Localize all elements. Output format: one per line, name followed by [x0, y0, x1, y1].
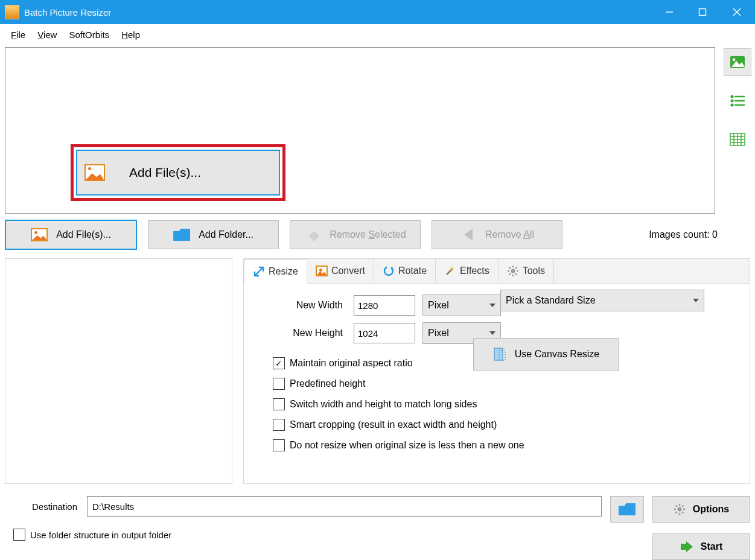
- svg-line-39: [675, 512, 677, 513]
- effects-icon: [444, 265, 456, 277]
- use-canvas-resize-button[interactable]: Use Canvas Resize: [473, 338, 619, 371]
- folder-icon: [619, 503, 636, 515]
- no-resize-smaller-checkbox[interactable]: [273, 439, 285, 451]
- menu-help[interactable]: Help: [115, 28, 146, 41]
- svg-line-25: [509, 267, 510, 269]
- new-height-input[interactable]: [354, 323, 415, 343]
- svg-point-5: [733, 59, 736, 62]
- tab-effects[interactable]: Effects: [436, 259, 499, 283]
- remove-all-label: Remove All: [485, 229, 534, 240]
- use-folder-structure-label: Use folder structure in output folder: [30, 530, 171, 540]
- switch-wh-label: Switch width and height to match long si…: [290, 399, 477, 410]
- tab-resize[interactable]: Resize: [244, 259, 307, 284]
- view-grid-button[interactable]: [724, 126, 751, 153]
- menu-softorbits[interactable]: SoftOrbits: [63, 28, 115, 41]
- title-bar: Batch Picture Resizer: [0, 0, 755, 24]
- use-folder-structure-checkbox[interactable]: [13, 529, 25, 541]
- folder-icon: [173, 229, 190, 241]
- menu-view[interactable]: View: [31, 28, 63, 41]
- start-button[interactable]: Start: [652, 533, 750, 560]
- images-count-label: Images count: 0: [649, 229, 750, 240]
- tab-tools[interactable]: Tools: [499, 259, 554, 283]
- destination-value: D:\Results: [92, 501, 134, 512]
- left-blank-panel: [5, 258, 232, 484]
- svg-point-6: [731, 96, 733, 98]
- predefined-height-label: Predefined height: [290, 378, 365, 389]
- svg-point-20: [511, 269, 515, 273]
- close-button[interactable]: [719, 0, 755, 24]
- smart-crop-label: Smart cropping (result in exact width an…: [290, 419, 497, 430]
- tab-convert[interactable]: Convert: [307, 259, 374, 283]
- new-height-label: New Height: [273, 328, 345, 339]
- svg-line-28: [509, 273, 510, 275]
- width-unit-select[interactable]: Pixel: [422, 294, 501, 316]
- back-icon: [464, 229, 473, 241]
- app-icon: [5, 5, 19, 19]
- start-arrow-icon: [680, 541, 693, 552]
- minimize-button[interactable]: [652, 0, 686, 24]
- add-files-big-label: Add File(s)...: [129, 165, 201, 180]
- view-thumbnails-button[interactable]: [724, 48, 751, 76]
- add-files-big-button[interactable]: Add File(s)...: [76, 150, 280, 196]
- canvas-icon: [493, 347, 506, 361]
- smart-crop-checkbox[interactable]: [273, 419, 285, 431]
- remove-all-button[interactable]: Remove All: [432, 220, 562, 249]
- svg-line-38: [682, 506, 683, 507]
- resize-icon: [253, 266, 265, 278]
- chevron-down-icon: [489, 331, 495, 335]
- svg-line-37: [682, 512, 683, 513]
- remove-selected-button[interactable]: Remove Selected: [290, 220, 421, 249]
- add-folder-button[interactable]: Add Folder...: [148, 220, 279, 249]
- tools-icon: [507, 265, 519, 277]
- image-icon: [84, 164, 105, 181]
- remove-selected-label: Remove Selected: [330, 229, 406, 240]
- rotate-icon: [383, 265, 395, 277]
- settings-tabs-panel: Resize Convert Rotate: [243, 258, 750, 484]
- svg-line-36: [675, 506, 677, 507]
- no-resize-smaller-label: Do not resize when original size is less…: [290, 440, 524, 451]
- standard-size-select[interactable]: Pick a Standard Size: [500, 290, 704, 311]
- svg-line-26: [515, 273, 517, 275]
- add-folder-label: Add Folder...: [199, 229, 253, 240]
- svg-rect-1: [699, 9, 706, 16]
- svg-point-8: [731, 100, 733, 102]
- add-files-button[interactable]: Add File(s)...: [5, 220, 137, 250]
- app-title: Batch Picture Resizer: [24, 7, 111, 18]
- svg-point-10: [731, 104, 733, 106]
- new-width-input[interactable]: [354, 295, 415, 316]
- browse-destination-button[interactable]: [610, 496, 644, 523]
- destination-label: Destination: [5, 501, 77, 512]
- new-width-label: New Width: [273, 300, 345, 311]
- view-list-button[interactable]: [724, 87, 751, 115]
- switch-wh-checkbox[interactable]: [273, 398, 285, 410]
- options-button[interactable]: Options: [652, 496, 750, 523]
- chevron-down-icon: [489, 304, 495, 307]
- tab-rotate[interactable]: Rotate: [374, 259, 436, 283]
- menu-file[interactable]: File: [5, 28, 31, 41]
- eraser-icon: [306, 228, 319, 241]
- preview-panel: Add File(s)...: [5, 47, 715, 214]
- gear-icon: [674, 503, 686, 515]
- menu-bar: File View SoftOrbits Help: [0, 24, 755, 45]
- svg-line-27: [515, 267, 517, 269]
- convert-icon: [316, 265, 328, 277]
- image-icon: [31, 228, 48, 241]
- maintain-aspect-checkbox[interactable]: [273, 357, 285, 369]
- add-files-label: Add File(s)...: [56, 229, 111, 240]
- predefined-height-checkbox[interactable]: [273, 378, 285, 390]
- chevron-down-icon: [693, 299, 699, 302]
- svg-point-31: [677, 508, 681, 512]
- maximize-button[interactable]: [686, 0, 719, 24]
- highlight-frame: Add File(s)...: [71, 144, 285, 201]
- maintain-aspect-label: Maintain original aspect ratio: [290, 358, 413, 369]
- destination-combo[interactable]: D:\Results: [87, 496, 602, 517]
- svg-rect-29: [494, 348, 503, 360]
